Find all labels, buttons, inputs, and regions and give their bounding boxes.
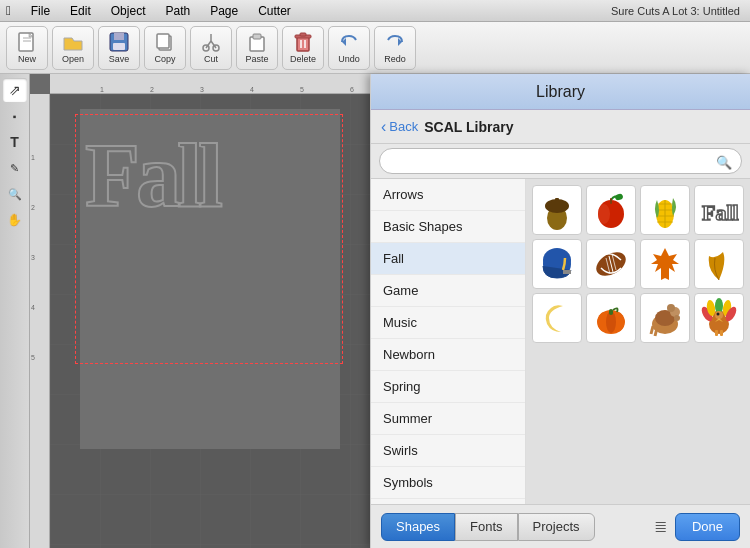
category-game[interactable]: Game <box>371 275 525 307</box>
image-grid: Fall <box>526 179 750 504</box>
menu-bar:  File Edit Object Path Page Cutter Sure… <box>0 0 750 22</box>
paste-button[interactable]: Paste <box>236 26 278 70</box>
left-toolbar: ⇗ ▪ T ✎ 🔍 ✋ <box>0 74 30 548</box>
svg-rect-6 <box>113 43 125 50</box>
cut-button[interactable]: Cut <box>190 26 232 70</box>
menu-edit[interactable]: Edit <box>66 4 95 18</box>
library-footer: Shapes Fonts Projects ≣ Done <box>371 504 750 548</box>
svg-rect-26 <box>555 198 559 203</box>
redo-button[interactable]: Redo <box>374 26 416 70</box>
svg-rect-66 <box>720 330 723 336</box>
svg-rect-5 <box>114 33 124 40</box>
grid-item-pumpkin[interactable] <box>586 293 636 343</box>
done-button[interactable]: Done <box>675 513 740 541</box>
svg-line-54 <box>651 326 653 334</box>
svg-text:Fall: Fall <box>702 200 739 225</box>
pan-tool[interactable]: ✋ <box>3 208 27 232</box>
menu-object[interactable]: Object <box>107 4 150 18</box>
search-icon: 🔍 <box>716 155 732 170</box>
svg-point-29 <box>614 193 624 201</box>
node-tool[interactable]: ▪ <box>3 104 27 128</box>
main-area: ⇗ ▪ T ✎ 🔍 ✋ 1 2 3 4 5 6 1 2 3 4 5 <box>0 74 750 548</box>
library-header: Library <box>371 74 750 110</box>
category-symbols[interactable]: Symbols <box>371 467 525 499</box>
grid-item-moon[interactable] <box>532 293 582 343</box>
category-summer[interactable]: Summer <box>371 403 525 435</box>
category-spring[interactable]: Spring <box>371 371 525 403</box>
svg-point-52 <box>667 304 675 312</box>
select-tool[interactable]: ⇗ <box>3 78 27 102</box>
svg-rect-48 <box>609 309 613 315</box>
svg-rect-65 <box>715 330 718 336</box>
grid-item-turkey-roast[interactable] <box>640 293 690 343</box>
svg-rect-16 <box>297 37 309 51</box>
apple-menu[interactable]:  <box>6 3 11 18</box>
search-bar: 🔍 <box>371 144 750 179</box>
save-button[interactable]: Save <box>98 26 140 70</box>
paper-area: Fall <box>80 109 340 449</box>
svg-rect-20 <box>300 33 306 36</box>
category-basic-shapes[interactable]: Basic Shapes <box>371 211 525 243</box>
grid-item-feather[interactable] <box>694 239 744 289</box>
ruler-vertical: 1 2 3 4 5 <box>30 94 50 548</box>
back-button[interactable]: ‹ Back <box>381 118 418 136</box>
undo-button[interactable]: Undo <box>328 26 370 70</box>
grid-item-football[interactable] <box>586 239 636 289</box>
back-arrow-icon: ‹ <box>381 118 386 136</box>
list-view-icon[interactable]: ≣ <box>654 517 667 536</box>
svg-rect-8 <box>157 34 169 48</box>
menu-file[interactable]: File <box>27 4 54 18</box>
grid-item-maple-leaf[interactable] <box>640 239 690 289</box>
fall-text-preview: Fall <box>85 124 219 227</box>
app-title: Sure Cuts A Lot 3: Untitled <box>611 0 750 22</box>
svg-rect-15 <box>253 34 261 39</box>
menu-page[interactable]: Page <box>206 4 242 18</box>
tab-fonts[interactable]: Fonts <box>455 513 518 541</box>
back-label: Back <box>389 119 418 134</box>
library-nav: ‹ Back SCAL Library <box>371 110 750 144</box>
search-input[interactable] <box>379 148 742 174</box>
delete-button[interactable]: Delete <box>282 26 324 70</box>
grid-item-apple[interactable] <box>586 185 636 235</box>
grid-item-helmet[interactable] <box>532 239 582 289</box>
tab-group: Shapes Fonts Projects <box>381 513 595 541</box>
pen-tool[interactable]: ✎ <box>3 156 27 180</box>
svg-point-64 <box>717 313 720 316</box>
nav-title: SCAL Library <box>424 119 513 135</box>
svg-point-28 <box>598 204 610 224</box>
category-newborn[interactable]: Newborn <box>371 339 525 371</box>
menu-cutter[interactable]: Cutter <box>254 4 295 18</box>
grid-item-corn[interactable] <box>640 185 690 235</box>
copy-button[interactable]: Copy <box>144 26 186 70</box>
category-fall[interactable]: Fall <box>371 243 525 275</box>
tab-projects[interactable]: Projects <box>518 513 595 541</box>
library-panel: Library ‹ Back SCAL Library 🔍 Arrows Bas… <box>370 74 750 548</box>
category-swirls[interactable]: Swirls <box>371 435 525 467</box>
category-music[interactable]: Music <box>371 307 525 339</box>
grid-item-acorn[interactable] <box>532 185 582 235</box>
library-content: Arrows Basic Shapes Fall Game Music Newb… <box>371 179 750 504</box>
svg-point-53 <box>674 315 680 321</box>
menu-path[interactable]: Path <box>161 4 194 18</box>
toolbar: New Open Save Copy Cut Paste Delete Undo… <box>0 22 750 74</box>
done-area: ≣ Done <box>654 513 740 541</box>
text-tool[interactable]: T <box>3 130 27 154</box>
tab-shapes[interactable]: Shapes <box>381 513 455 541</box>
library-title: Library <box>536 83 585 101</box>
category-list: Arrows Basic Shapes Fall Game Music Newb… <box>371 179 526 504</box>
zoom-tool[interactable]: 🔍 <box>3 182 27 206</box>
svg-rect-30 <box>610 198 612 204</box>
open-button[interactable]: Open <box>52 26 94 70</box>
new-button[interactable]: New <box>6 26 48 70</box>
category-arrows[interactable]: Arrows <box>371 179 525 211</box>
svg-line-55 <box>655 328 657 336</box>
grid-item-fall-text[interactable]: Fall <box>694 185 744 235</box>
grid-item-turkey[interactable] <box>694 293 744 343</box>
